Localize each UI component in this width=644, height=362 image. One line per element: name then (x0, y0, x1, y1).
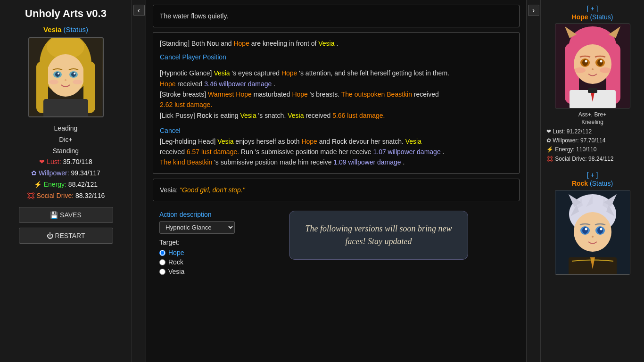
left-sidebar: Unholy Arts v0.3 Vesia (Status) (0, 0, 132, 362)
svg-point-49 (585, 228, 587, 230)
willpower-dmg-val: 3.46 willpower damage (204, 80, 272, 88)
lust-dmg-val-3: 6.57 lust damage. (187, 148, 239, 156)
leg-dmg-line: received 6.57 lust damage. Run 's submis… (160, 147, 512, 157)
svg-point-50 (600, 228, 602, 230)
cancel-player-position-link[interactable]: Cancel Player Position (160, 52, 512, 62)
restart-button[interactable]: ⏻ RESTART (19, 228, 113, 244)
vesia-name-2: Vesia (214, 69, 230, 77)
nav-left-panel: ‹ (132, 0, 146, 362)
rock-panel: [ + ] Rock (Status) (545, 171, 640, 278)
run-name: Run (241, 148, 253, 156)
stat-energy: ⚡ Energy: 88.42/121 (27, 179, 105, 190)
svg-point-31 (600, 67, 611, 73)
social-value: 88.32/116 (75, 192, 105, 199)
vesia-avatar-svg (29, 38, 102, 117)
hypnotic-line: [Hypnotic Glance] Vesia 's eyes captured… (160, 68, 512, 78)
svg-point-11 (74, 73, 75, 74)
rock-status-link[interactable]: (Status) (590, 180, 613, 187)
main-content: The water flows quietly. [Standing] Both… (146, 0, 526, 362)
lust-dmg-line: 2.62 lust damage. (160, 99, 512, 110)
willpower-dmg-line: Hope received 3.46 willpower damage . (160, 79, 512, 89)
svg-point-27 (585, 60, 587, 63)
and-text: and (221, 40, 233, 47)
svg-point-12 (65, 79, 66, 81)
energy-value: 88.42/121 (68, 181, 98, 188)
stat-dic: Dic+ (27, 134, 105, 146)
quote-text: "Good girl, don't stop." (180, 186, 245, 194)
rock-name-link[interactable]: Rock (572, 180, 588, 187)
standing-prefix: [Standing] Both (160, 40, 207, 47)
svg-point-47 (582, 227, 588, 234)
svg-point-26 (597, 59, 603, 66)
hope-status-link[interactable]: (Status) (590, 13, 613, 21)
nou-name: Nou (207, 40, 219, 47)
hope-plus-button[interactable]: [ + ] (587, 5, 598, 12)
quote-box: Vesia: "Good girl, don't stop." (153, 179, 520, 201)
standing-line: [Standing] Both Nou and Hope are kneelin… (160, 38, 512, 49)
target-hope-item[interactable]: Hope (159, 249, 235, 256)
svg-point-14 (73, 80, 82, 84)
vesia-name-4: Vesia (288, 112, 304, 119)
right-sidebar: [ + ] Hope (Status) (540, 0, 644, 362)
rock-avatar-svg (555, 190, 630, 274)
target-rock-radio[interactable] (159, 259, 165, 265)
hope-name-link[interactable]: Hope (572, 13, 588, 21)
player-status-link[interactable]: (Status) (64, 25, 89, 33)
action-desc-label: Action description (159, 211, 235, 218)
lust-icon: ❤ Lust: (39, 158, 61, 165)
svg-rect-15 (43, 99, 88, 117)
hope-name-4: Hope (292, 90, 307, 98)
cancel-line: Cancel (160, 125, 512, 136)
player-name-link[interactable]: Vesia (43, 25, 61, 33)
vesia-name-1: Vesia (318, 40, 334, 47)
target-hope-radio[interactable] (159, 250, 165, 256)
svg-point-28 (600, 60, 602, 63)
next-button[interactable]: › (528, 5, 539, 16)
hope-name-5: Hope (301, 138, 317, 145)
action-left-panel: Action description Hypnotic Glance Strok… (159, 211, 235, 277)
rock-name-header: Rock (Status) (572, 180, 613, 187)
hypnotic-prefix: [Hypnotic Glance] (160, 69, 214, 77)
warmest-hope-name: Warmest Hope (208, 90, 252, 98)
rock-name-2: Rock (332, 138, 347, 145)
svg-rect-34 (588, 88, 597, 93)
svg-point-9 (71, 72, 76, 77)
svg-point-51 (592, 236, 594, 238)
svg-point-30 (574, 67, 586, 73)
will-dmg-val-2: 1.09 willpower damage (333, 158, 401, 166)
stat-leading: Leading (27, 123, 105, 134)
target-vesia-radio[interactable] (159, 269, 165, 275)
target-vesia-label: Vesia (168, 268, 184, 275)
stat-social: 💢 Social Drive: 88.32/116 (27, 190, 105, 202)
willpower-icon: ✿ Willpower: (31, 169, 69, 177)
svg-point-29 (592, 68, 594, 70)
hope-position: Kneeling (581, 119, 603, 125)
lust-dmg-val-1: 2.62 lust damage. (160, 101, 212, 108)
rock-name-1: Rock (197, 112, 212, 119)
saves-button[interactable]: 💾 SAVES (19, 207, 113, 223)
lick-line: [Lick Pussy] Rock is eating Vesia 's sna… (160, 110, 512, 121)
target-rock-label: Rock (168, 258, 183, 266)
announcement-box: The following versions will soon bring n… (289, 211, 468, 260)
target-vesia-item[interactable]: Vesia (159, 268, 235, 275)
hope-avatar-svg (555, 24, 630, 108)
game-title: Unholy Arts v0.3 (25, 8, 107, 20)
svg-point-20 (574, 44, 611, 84)
rock-avatar (555, 190, 630, 275)
hope-avatar (555, 24, 630, 108)
svg-point-3 (47, 54, 84, 97)
vesia-name-3: Vesia (240, 112, 256, 119)
action-select[interactable]: Hypnotic Glance Stroke breasts Lick Puss… (159, 221, 235, 234)
target-rock-item[interactable]: Rock (159, 258, 235, 266)
hope-buffs: Ass+, Bre+ (578, 111, 606, 118)
kneeling-text: are kneeling in front of (251, 40, 318, 47)
svg-point-13 (49, 80, 58, 84)
rock-plus-button[interactable]: [ + ] (587, 171, 598, 179)
cancel-link-2[interactable]: Cancel (160, 127, 181, 134)
prev-button[interactable]: ‹ (133, 5, 145, 16)
vesia-name-5: Vesia (217, 138, 233, 145)
player-avatar (28, 37, 104, 117)
hope-panel: [ + ] Hope (Status) (545, 5, 640, 164)
hope-name-header: Hope (Status) (572, 13, 613, 21)
quote-speaker: Vesia: (160, 186, 180, 194)
